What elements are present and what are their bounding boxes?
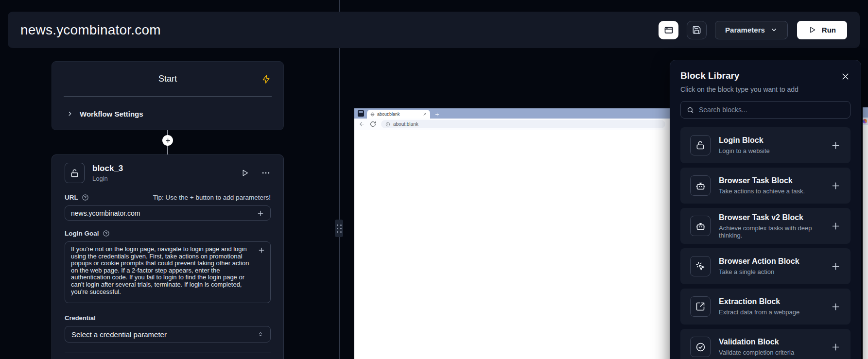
workflow-settings-label: Workflow Settings: [80, 110, 143, 118]
add-block-button[interactable]: [831, 140, 841, 151]
block-library-item[interactable]: Browser Task v2 Block Achieve complex ta…: [680, 208, 851, 244]
url-label-group: URL: [65, 194, 89, 201]
url-input-box: [65, 205, 271, 221]
add-block-button[interactable]: [831, 302, 841, 312]
chevron-down-icon: [770, 26, 778, 34]
url-input[interactable]: [71, 209, 257, 217]
credential-select[interactable]: Select a credential parameter: [65, 326, 271, 342]
workflow-title: news.ycombinator.com: [20, 22, 161, 38]
start-node[interactable]: Start Workflow Settings: [52, 61, 284, 130]
add-block-button[interactable]: [831, 342, 841, 352]
search-blocks-input[interactable]: [699, 106, 844, 114]
block-item-title: Validation Block: [719, 338, 822, 346]
login-block-node[interactable]: block_3 Login URL Tip: Use the + button …: [52, 154, 284, 359]
divider-drag-handle[interactable]: [335, 220, 343, 237]
block-library-header: Block Library: [680, 70, 851, 82]
background-toolbar: [863, 118, 868, 125]
window-controls-icon: [358, 110, 364, 117]
block-item-description: Achieve complex tasks with deep thinking…: [719, 224, 822, 239]
login-goal-label: Login Goal: [65, 230, 99, 237]
app-window: news.ycombinator.com Parameters: [0, 0, 868, 359]
block-item-description: Extract data from a webpage: [719, 308, 822, 316]
help-circle-icon[interactable]: [103, 230, 110, 237]
address-bar[interactable]: about:blank: [381, 120, 665, 128]
save-button[interactable]: [687, 21, 707, 39]
block-library-title: Block Library: [680, 70, 739, 81]
background-page: [863, 125, 868, 359]
block-library-list: Login Block Login to a website Browser T…: [680, 127, 851, 359]
url-label-row: URL Tip: Use the + button to add paramet…: [65, 194, 271, 201]
check-circle-icon: [690, 337, 711, 357]
top-bar: news.ycombinator.com Parameters: [8, 12, 860, 48]
browser-tab[interactable]: about:blank: [367, 110, 430, 119]
block-menu-button[interactable]: [261, 168, 271, 178]
parameters-tip: Tip: Use the + button to add parameters!: [153, 194, 271, 201]
info-circle-icon: [385, 122, 390, 127]
back-icon[interactable]: [359, 121, 365, 127]
lock-open-icon: [690, 135, 711, 155]
block-library-item[interactable]: Login Block Login to a website: [680, 127, 851, 163]
robot-icon: [690, 175, 711, 196]
close-icon[interactable]: [840, 71, 851, 82]
tab-title: about:blank: [377, 112, 420, 117]
plus-icon: [165, 137, 171, 144]
add-goal-parameter-button[interactable]: [258, 246, 265, 254]
block-section-divider: [65, 353, 271, 353]
cursor-click-icon: [690, 256, 711, 276]
canvas-split-divider[interactable]: [339, 0, 340, 359]
browser-panel-button[interactable]: [659, 21, 678, 39]
block-item-title: Browser Task Block: [719, 176, 822, 185]
block-type-label: Login: [92, 175, 123, 182]
add-url-parameter-button[interactable]: [257, 209, 264, 217]
new-tab-icon[interactable]: [434, 112, 440, 117]
save-icon: [692, 25, 701, 34]
start-node-header: Start: [52, 62, 283, 96]
block-item-description: Take a single action: [719, 268, 822, 275]
zap-icon: [261, 74, 271, 84]
chevron-right-icon: [67, 110, 73, 117]
globe-icon: [370, 112, 375, 117]
search-icon: [687, 106, 694, 114]
block-library-item[interactable]: Browser Task Block Take actions to achie…: [680, 168, 851, 204]
login-goal-box: If you're not on the login page, navigat…: [65, 241, 271, 303]
block-library-item[interactable]: Validation Block Validate completion cri…: [680, 329, 851, 359]
play-icon: [808, 26, 816, 34]
parameters-button[interactable]: Parameters: [715, 21, 788, 39]
block-library-item[interactable]: Extraction Block Extract data from a web…: [680, 289, 851, 325]
workflow-settings-toggle[interactable]: Workflow Settings: [52, 97, 283, 131]
block-library-item[interactable]: Browser Action Block Take a single actio…: [680, 248, 851, 284]
run-button[interactable]: Run: [797, 21, 847, 39]
background-window-edge: [863, 107, 868, 359]
login-goal-label-group: Login Goal: [65, 230, 271, 237]
login-goal-textarea[interactable]: If you're not on the login page, navigat…: [65, 242, 270, 303]
close-tab-icon[interactable]: [423, 112, 427, 116]
lock-open-icon: [70, 169, 79, 178]
refresh-icon[interactable]: [370, 121, 376, 127]
block-item-description: Login to a website: [719, 147, 822, 154]
favicon-icon: [863, 119, 867, 123]
run-block-button[interactable]: [241, 169, 249, 177]
add-block-button[interactable]: [831, 261, 841, 272]
run-button-label: Run: [822, 26, 836, 34]
credential-select-value: Select a credential parameter: [71, 330, 167, 339]
robot-icon: [690, 216, 711, 236]
block-item-title: Browser Task v2 Block: [719, 213, 822, 222]
background-tab-strip: [863, 107, 868, 118]
block-header: block_3 Login: [65, 163, 271, 183]
add-block-button[interactable]: [831, 221, 841, 231]
app-window-icon: [664, 25, 674, 35]
add-block-button[interactable]: [831, 181, 841, 191]
block-library-panel: Block Library Click on the block type yo…: [670, 60, 861, 359]
browser-tab-strip: about:blank: [354, 108, 670, 119]
block-title-group: block_3 Login: [92, 164, 123, 182]
block-item-title: Extraction Block: [719, 297, 822, 306]
block-item-description: Validate completion criteria: [719, 349, 822, 356]
url-label: URL: [65, 194, 78, 201]
credential-label: Credential: [65, 314, 271, 322]
top-bar-actions: Parameters Run: [659, 21, 847, 39]
block-item-title: Login Block: [719, 136, 822, 145]
grip-dots-icon: [337, 224, 342, 233]
add-block-node-button[interactable]: [162, 135, 173, 146]
help-circle-icon[interactable]: [82, 194, 89, 201]
webpage-content: [354, 130, 670, 359]
